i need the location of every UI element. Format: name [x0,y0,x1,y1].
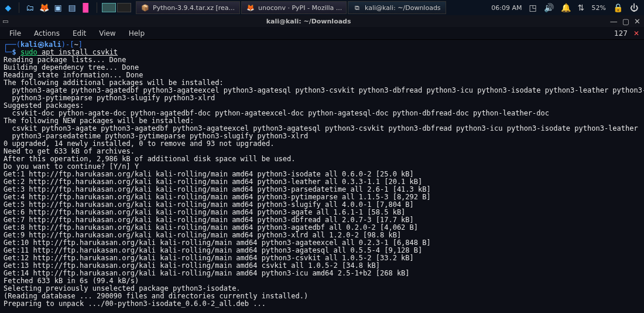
terminal-task-icon: ⧉ [353,4,361,12]
notifications-icon[interactable]: 🔔 [561,3,571,12]
clock: 06:09 AM [491,4,522,12]
panel-divider-2 [97,2,97,13]
firefox-task-icon: 🦊 [246,4,255,12]
firefox-icon[interactable]: 🦊 [38,2,50,13]
minimize-button[interactable]: — [609,17,619,26]
kali-menu-icon[interactable]: ◆ [2,2,14,13]
pink-icon[interactable]: ▉ [80,2,92,13]
power-icon[interactable]: ⏻ [630,3,638,12]
panel-left: ◆ 🗂 🦊 ▣ ▤ ▉ [0,2,131,13]
menu-help[interactable]: Help [123,28,150,39]
task-python-archive[interactable]: 📦 Python-3.9.4.tar.xz [rea... [136,1,240,14]
task-terminal[interactable]: ⧉ kali@kali: ~/Downloads [348,1,446,14]
workspace-1[interactable] [102,3,116,12]
terminal-output[interactable]: ┌──(kali㉿kali)-[~] └─$ sudo apt install … [0,40,644,313]
menu-file[interactable]: File [4,28,27,39]
menu-view[interactable]: View [93,28,121,39]
panel-divider [19,2,19,13]
panel-right: 06:09 AM ◳ 🔊 🔔 ⇅ 52% 🔒 ⏻ [491,3,644,12]
archive-icon: 📦 [141,4,149,12]
task-firefox[interactable]: 🦊 unoconv · PyPI - Mozilla ... [241,1,347,14]
terminal-window: ▭ kali@kali: ~/Downloads — ▢ ✕ File Acti… [0,15,644,313]
files-icon[interactable]: 🗂 [24,2,36,13]
terminal-icon[interactable]: ▣ [52,2,64,13]
task-label: Python-3.9.4.tar.xz [rea... [153,4,235,12]
window-controls: — ▢ ✕ [609,17,642,26]
network-icon[interactable]: ⇅ [578,3,585,12]
window-menu-icon[interactable]: ▭ [2,18,8,25]
workspace-switcher [102,3,131,12]
menubar: File Actions Edit View Help 127 ✕ [0,27,644,40]
editor-icon[interactable]: ▤ [66,2,78,13]
task-label: unoconv · PyPI - Mozilla ... [258,4,342,12]
workspace-2[interactable] [117,3,131,12]
window-title: kali@kali: ~/Downloads [266,18,351,25]
tab-close-icon[interactable]: ✕ [633,29,639,38]
task-label: kali@kali: ~/Downloads [365,4,441,12]
maximize-button[interactable]: ▢ [621,17,631,26]
battery-percent: 52% [592,4,606,12]
volume-icon[interactable]: 🔊 [544,3,554,12]
tab-counter: 127 [614,29,628,38]
menu-actions[interactable]: Actions [28,28,66,39]
taskbar: 📦 Python-3.9.4.tar.xz [rea... 🦊 unoconv … [136,1,446,14]
updates-icon[interactable]: ◳ [529,3,537,12]
top-panel: ◆ 🗂 🦊 ▣ ▤ ▉ 📦 Python-3.9.4.tar.xz [rea..… [0,0,644,15]
menu-edit[interactable]: Edit [67,28,92,39]
lock-icon[interactable]: 🔒 [613,3,623,12]
window-titlebar[interactable]: ▭ kali@kali: ~/Downloads — ▢ ✕ [0,15,644,27]
close-button[interactable]: ✕ [633,17,642,26]
